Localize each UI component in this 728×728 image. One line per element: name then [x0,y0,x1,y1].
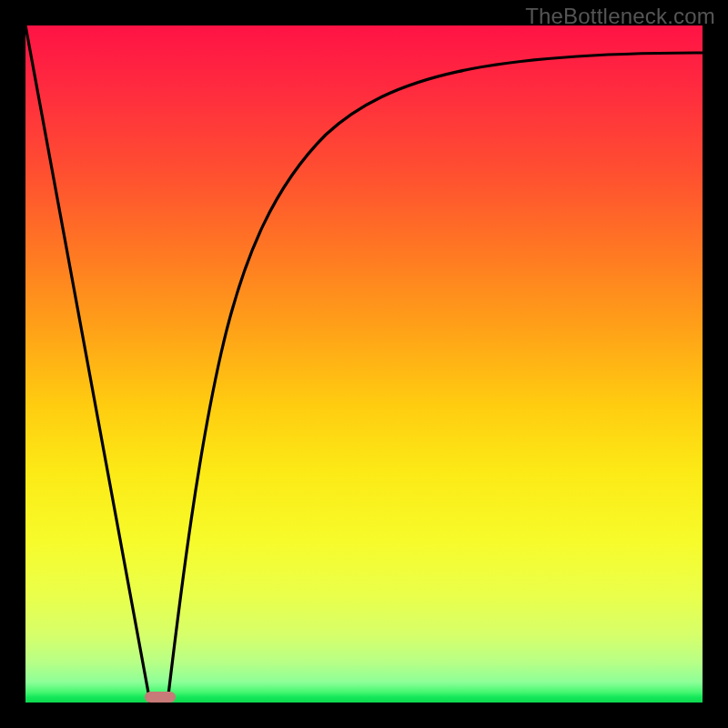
chart-frame: TheBottleneck.com [0,0,728,728]
curve-layer [25,25,703,703]
plot-area [25,25,703,703]
curve-left-leg [25,25,150,703]
vertex-marker [145,692,176,703]
curve-right-leg [167,53,703,703]
